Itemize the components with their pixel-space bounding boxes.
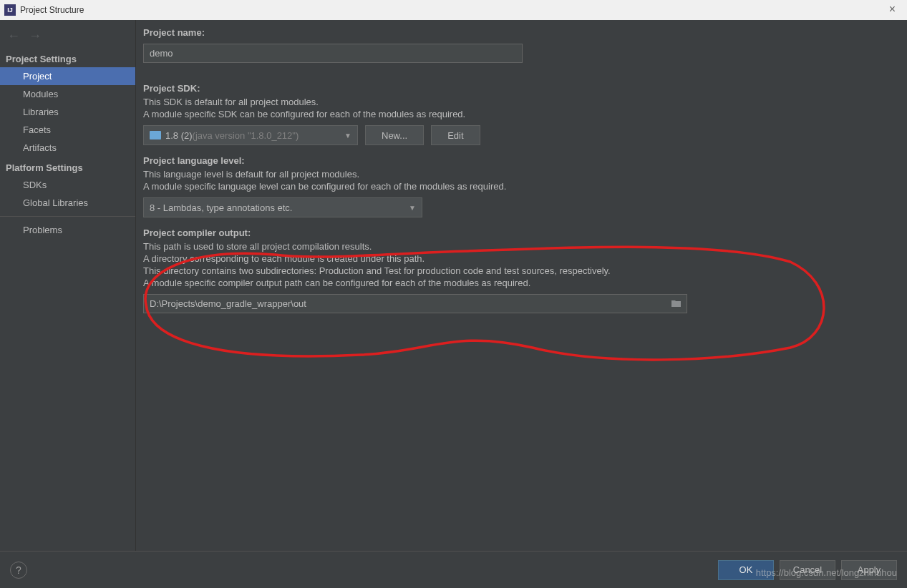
language-level-label: Project language level: [143,155,893,166]
compiler-output-input[interactable]: D:\Projects\demo_gradle_wrapper\out [143,294,687,313]
sidebar-item-problems[interactable]: Problems [0,221,135,239]
ok-button[interactable]: OK [718,560,774,580]
titlebar: IJ Project Structure × [0,0,907,20]
sdk-new-button[interactable]: New... [365,125,424,145]
sidebar: ← → Project Settings Project Modules Lib… [0,20,136,551]
language-level-desc1: This language level is default for all p… [143,169,893,180]
project-sdk-desc1: This SDK is default for all project modu… [143,97,893,107]
cancel-button[interactable]: Cancel [780,560,835,580]
compiler-output-value: D:\Projects\demo_gradle_wrapper\out [150,298,671,309]
project-sdk-combo[interactable]: 1.8 (2) (java version "1.8.0_212") ▼ [143,125,358,145]
project-sdk-label: Project SDK: [143,83,893,94]
language-level-value: 8 - Lambdas, type annotations etc. [150,202,292,213]
language-level-combo[interactable]: 8 - Lambdas, type annotations etc. ▼ [143,197,422,217]
apply-button[interactable]: Apply [841,560,897,580]
language-level-desc2: A module specific language level can be … [143,181,893,192]
compiler-output-section: Project compiler output: This path is us… [143,227,893,313]
compiler-output-desc2: A directory corresponding to each module… [143,253,893,264]
sidebar-item-modules[interactable]: Modules [0,85,135,103]
window-title: Project Structure [20,5,84,15]
sidebar-item-artifacts[interactable]: Artifacts [0,139,135,157]
app-icon: IJ [4,4,16,16]
project-sdk-desc2: A module specific SDK can be configured … [143,109,893,119]
help-button[interactable]: ? [10,562,27,579]
sdk-value: 1.8 (2) [165,130,193,141]
sdk-folder-icon [150,131,161,139]
main-panel: Project name: Project SDK: This SDK is d… [136,20,907,551]
bottom-bar: ? OK Cancel Apply [0,551,907,588]
sidebar-separator [0,216,135,217]
section-project-settings: Project Settings [0,48,135,67]
back-arrow-icon[interactable]: ← [7,29,20,44]
sdk-value-suffix: (java version "1.8.0_212") [193,130,299,141]
sdk-edit-button[interactable]: Edit [431,125,480,145]
compiler-output-desc3: This directory contains two subdirectori… [143,265,893,276]
sidebar-item-libraries[interactable]: Libraries [0,103,135,121]
sidebar-item-facets[interactable]: Facets [0,121,135,139]
chevron-down-icon: ▼ [409,204,416,212]
compiler-output-desc1: This path is used to store all project c… [143,241,893,252]
section-platform-settings: Platform Settings [0,157,135,176]
content-area: ← → Project Settings Project Modules Lib… [0,20,907,551]
language-level-section: Project language level: This language le… [143,155,893,217]
nav-arrows: ← → [0,24,135,48]
sidebar-item-project[interactable]: Project [0,67,135,85]
folder-open-icon[interactable] [671,299,682,308]
compiler-output-label: Project compiler output: [143,227,893,238]
forward-arrow-icon[interactable]: → [29,29,42,44]
sidebar-item-sdks[interactable]: SDKs [0,176,135,194]
project-name-label: Project name: [143,27,893,38]
project-sdk-section: Project SDK: This SDK is default for all… [143,83,893,145]
close-icon[interactable]: × [885,3,900,16]
project-name-input[interactable] [143,44,523,63]
chevron-down-icon: ▼ [344,132,351,139]
compiler-output-desc4: A module specific compiler output path c… [143,278,893,288]
sidebar-item-global-libraries[interactable]: Global Libraries [0,194,135,212]
project-name-section: Project name: [143,27,893,73]
